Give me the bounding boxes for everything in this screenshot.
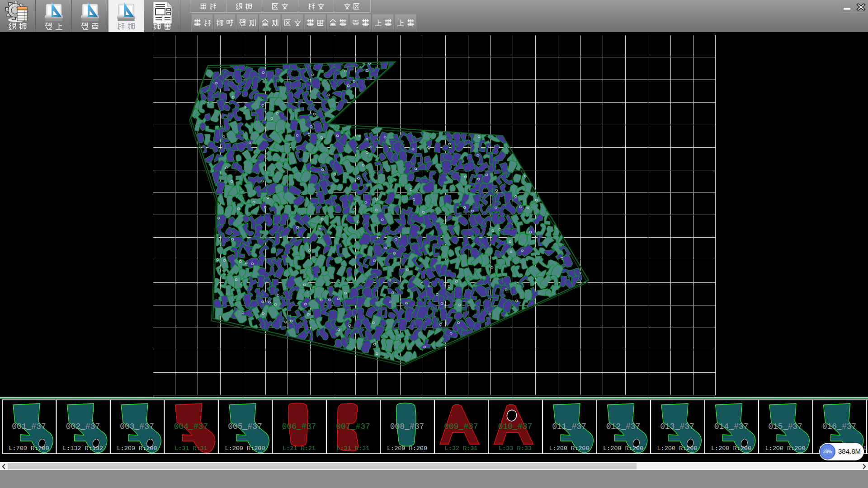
svg-text:011_#37: 011_#37 (552, 422, 586, 431)
svg-text:L:200 R:200: L:200 R:200 (711, 445, 751, 452)
svg-text:016_#37: 016_#37 (822, 422, 857, 431)
svg-text:L:32 R:31: L:32 R:31 (445, 445, 478, 452)
svg-text:003_#37: 003_#37 (120, 422, 154, 431)
svg-text:014_#37: 014_#37 (714, 422, 749, 431)
svg-text:015_#37: 015_#37 (768, 422, 802, 431)
svg-text:L:200 R:200: L:200 R:200 (117, 445, 157, 452)
svg-text:L:200 R:200: L:200 R:200 (225, 445, 265, 452)
svg-text:L:132 R:132: L:132 R:132 (63, 445, 103, 452)
svg-text:L:200 R:200: L:200 R:200 (549, 445, 589, 452)
svg-text:012_#37: 012_#37 (606, 422, 641, 431)
svg-text:L:200 R:200: L:200 R:200 (657, 445, 697, 452)
svg-text:006_#37: 006_#37 (282, 422, 316, 431)
svg-text:L:700 R:700: L:700 R:700 (9, 445, 49, 452)
svg-text:L:200 R:200: L:200 R:200 (603, 445, 643, 452)
svg-text:L:200 R:200: L:200 R:200 (765, 445, 805, 452)
svg-text:007_#37: 007_#37 (336, 422, 370, 431)
svg-text:L:21 R:21: L:21 R:21 (283, 445, 316, 452)
svg-text:008_#37: 008_#37 (390, 422, 425, 431)
svg-text:002_#37: 002_#37 (66, 422, 100, 431)
svg-text:L:2: L:2 (864, 445, 868, 452)
svg-text:010_#37: 010_#37 (498, 422, 533, 431)
svg-text:013_#37: 013_#37 (660, 422, 694, 431)
svg-text:L:33 R:33: L:33 R:33 (499, 445, 532, 452)
svg-text:001_#37: 001_#37 (12, 422, 46, 431)
svg-text:L:200 R:200: L:200 R:200 (387, 445, 427, 452)
svg-text:004_#37: 004_#37 (174, 422, 208, 431)
svg-text:L:31 R:31: L:31 R:31 (175, 445, 208, 452)
svg-text:009_#37: 009_#37 (444, 422, 478, 431)
svg-text:L:31 R:31: L:31 R:31 (337, 445, 370, 452)
svg-text:005_#37: 005_#37 (228, 422, 262, 431)
